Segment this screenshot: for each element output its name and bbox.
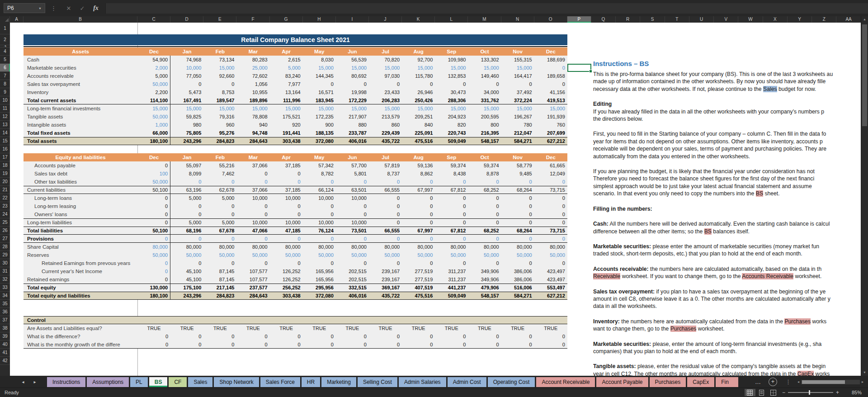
- column-header-x[interactable]: X: [763, 16, 788, 23]
- cell[interactable]: 0: [468, 210, 501, 218]
- cell[interactable]: 0: [203, 202, 236, 210]
- cell[interactable]: 0: [137, 161, 170, 170]
- cell[interactable]: 0: [435, 340, 468, 349]
- cell[interactable]: 332,515: [336, 284, 369, 292]
- cell[interactable]: 0: [468, 218, 501, 227]
- cell[interactable]: 191,939: [534, 113, 567, 121]
- cell[interactable]: 0: [170, 202, 203, 210]
- cell[interactable]: 1,000: [137, 121, 170, 129]
- cell[interactable]: 8,862: [402, 170, 435, 178]
- cell[interactable]: 5,000: [170, 218, 203, 227]
- cell[interactable]: 980: [170, 121, 203, 129]
- row-header-36[interactable]: 36: [0, 308, 10, 316]
- cell[interactable]: 0: [369, 210, 402, 218]
- cell[interactable]: 50,000: [270, 251, 303, 259]
- cell[interactable]: 202,515: [336, 275, 369, 284]
- enter-icon[interactable]: ✓: [75, 3, 89, 14]
- cell[interactable]: 15,000: [170, 104, 203, 113]
- cell[interactable]: 277,519: [402, 275, 435, 284]
- cell[interactable]: 80,000: [137, 243, 170, 251]
- cell[interactable]: 0: [203, 235, 236, 243]
- scroll-down-icon[interactable]: ▼: [861, 369, 868, 376]
- cell[interactable]: 80,000: [236, 243, 269, 251]
- cell[interactable]: 0: [435, 80, 468, 88]
- page-break-view-icon[interactable]: [768, 389, 779, 396]
- row-header-38[interactable]: 38: [0, 324, 10, 332]
- cell[interactable]: 50,000: [137, 251, 170, 259]
- cell[interactable]: 15,000: [336, 64, 369, 72]
- column-header-n[interactable]: N: [501, 16, 534, 23]
- cell[interactable]: 349,906: [468, 267, 501, 275]
- cell[interactable]: 68,264: [501, 186, 534, 194]
- cell[interactable]: 0: [170, 80, 203, 88]
- cell[interactable]: 92,700: [402, 56, 435, 64]
- cell[interactable]: 7,977: [270, 80, 303, 88]
- cell[interactable]: 0: [435, 194, 468, 202]
- cell[interactable]: 920: [270, 121, 303, 129]
- cell[interactable]: 0: [336, 210, 369, 218]
- cell[interactable]: 0: [303, 80, 336, 88]
- cell[interactable]: 10,000: [236, 218, 269, 227]
- cell[interactable]: 800: [468, 121, 501, 129]
- row-header-37[interactable]: 37: [0, 316, 10, 324]
- cell[interactable]: 0: [369, 194, 402, 202]
- cell[interactable]: 0: [303, 332, 336, 340]
- cell[interactable]: 15,000: [435, 64, 468, 72]
- cell[interactable]: 80,000: [435, 243, 468, 251]
- cell[interactable]: 0: [203, 210, 236, 218]
- chevron-down-icon[interactable]: ▼: [38, 7, 42, 10]
- sheet-tab-purchases[interactable]: Purchases: [650, 377, 686, 387]
- row-header-10[interactable]: 10: [0, 96, 10, 104]
- cell[interactable]: 100: [137, 170, 170, 178]
- cell[interactable]: 0: [435, 332, 468, 340]
- sheet-tab-admin-salaries[interactable]: Admin Salaries: [399, 377, 446, 387]
- cell[interactable]: 0: [402, 235, 435, 243]
- cell[interactable]: 509,049: [435, 137, 468, 145]
- cell[interactable]: 295,956: [303, 284, 336, 292]
- scroll-up-icon[interactable]: ▲: [861, 16, 868, 23]
- cell[interactable]: 50,000: [303, 251, 336, 259]
- cell[interactable]: 372,080: [303, 137, 336, 145]
- sheet-tab-account-receivable[interactable]: Account Receivable: [536, 377, 595, 387]
- cell[interactable]: 0: [369, 332, 402, 340]
- cell[interactable]: TRUE: [170, 324, 203, 332]
- sheet-tab-shop-network[interactable]: Shop Network: [214, 377, 259, 387]
- cell[interactable]: 207,699: [534, 129, 567, 137]
- cell[interactable]: 2,615: [270, 56, 303, 64]
- sheet-tab-instructions[interactable]: Instructions: [47, 377, 85, 387]
- cell[interactable]: 0: [170, 210, 203, 218]
- cell[interactable]: 0: [137, 259, 170, 267]
- cell[interactable]: 66,555: [369, 227, 402, 235]
- formula-input[interactable]: [105, 3, 868, 14]
- cell[interactable]: 0: [170, 332, 203, 340]
- cell[interactable]: 0: [534, 178, 567, 186]
- column-header-o[interactable]: O: [534, 16, 567, 23]
- cell[interactable]: 5,000: [203, 218, 236, 227]
- cell[interactable]: 5,000: [137, 72, 170, 80]
- cell[interactable]: 0: [303, 235, 336, 243]
- cell[interactable]: 79,316: [203, 113, 236, 121]
- cell[interactable]: 206,283: [369, 96, 402, 104]
- cell[interactable]: 172,229: [336, 96, 369, 104]
- cell[interactable]: 0: [402, 202, 435, 210]
- row-header-33[interactable]: 33: [0, 284, 10, 292]
- cell[interactable]: 243,296: [170, 137, 203, 145]
- cell[interactable]: 372,080: [303, 292, 336, 300]
- cell[interactable]: 8,753: [203, 88, 236, 96]
- cell[interactable]: 5,801: [336, 170, 369, 178]
- cell[interactable]: 50,000: [435, 251, 468, 259]
- cell[interactable]: 0: [203, 340, 236, 349]
- row-header-39[interactable]: 39: [0, 332, 10, 340]
- cell[interactable]: 0: [137, 267, 170, 275]
- cell[interactable]: 386,006: [501, 267, 534, 275]
- cell[interactable]: 256,252: [270, 284, 303, 292]
- cell[interactable]: 9,485: [501, 170, 534, 178]
- cell[interactable]: 155,315: [501, 56, 534, 64]
- normal-view-icon[interactable]: [745, 389, 755, 396]
- cell[interactable]: 50,000: [137, 113, 170, 121]
- zoom-out-icon[interactable]: −: [782, 389, 785, 396]
- cell[interactable]: 15,000: [303, 104, 336, 113]
- cell[interactable]: 0: [336, 202, 369, 210]
- horizontal-scrollbar[interactable]: [801, 380, 860, 384]
- row-header-4[interactable]: 4: [0, 47, 10, 56]
